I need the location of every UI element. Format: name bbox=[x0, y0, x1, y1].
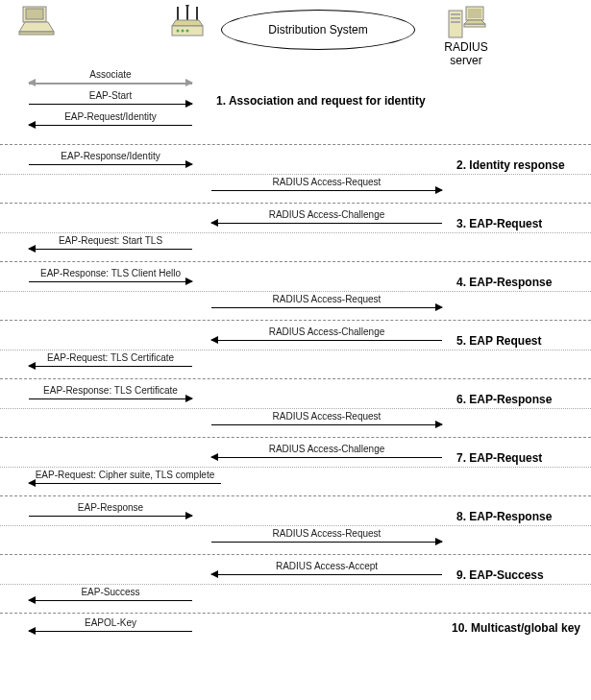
step-section: RADIUS Access-ChallengeEAP-Request: Star… bbox=[0, 204, 591, 262]
svg-rect-16 bbox=[451, 21, 460, 23]
message-arrow: EAP-Request: Cipher suite, TLS complete bbox=[29, 470, 221, 489]
step-section: EAP-Response: TLS Client HelloRADIUS Acc… bbox=[0, 262, 591, 321]
message-label: RADIUS Access-Request bbox=[211, 528, 442, 539]
step-title: 5. EAP Request bbox=[456, 334, 541, 348]
message-arrow: RADIUS Access-Request bbox=[211, 411, 442, 430]
message-arrow: EAP-Response/Identity bbox=[29, 151, 192, 170]
message-arrow: EAP-Response: TLS Client Hello bbox=[29, 268, 192, 287]
step-title: 8. EAP-Response bbox=[456, 510, 552, 523]
svg-point-11 bbox=[182, 30, 185, 33]
message-label: EAP-Response/Identity bbox=[29, 151, 192, 161]
message-label: RADIUS Access-Request bbox=[211, 177, 442, 187]
message-label: RADIUS Access-Challenge bbox=[211, 444, 442, 454]
svg-marker-20 bbox=[464, 20, 485, 24]
radius-server-icon bbox=[447, 5, 487, 41]
step-title: 1. Association and request for identity bbox=[216, 94, 426, 108]
message-arrow: EAP-Response bbox=[29, 502, 192, 521]
message-label: RADIUS Access-Accept bbox=[211, 561, 442, 571]
message-arrow: EAPOL-Key bbox=[29, 617, 192, 637]
step-title: 3. EAP-Request bbox=[456, 217, 542, 230]
step-section: EAP-ResponseRADIUS Access-Request8. EAP-… bbox=[0, 496, 591, 555]
step-title: 9. EAP-Success bbox=[456, 568, 544, 582]
svg-rect-14 bbox=[451, 13, 460, 15]
step-title: 6. EAP-Response bbox=[456, 393, 552, 406]
message-arrow: RADIUS Access-Challenge bbox=[211, 326, 442, 346]
radius-server-label: RADIUS server bbox=[437, 40, 495, 67]
message-arrow: EAP-Request: TLS Certificate bbox=[29, 352, 192, 372]
message-label: EAP-Response: TLS Client Hello bbox=[29, 268, 192, 278]
step-section: EAP-Response/IdentityRADIUS Access-Reque… bbox=[0, 145, 591, 204]
message-label: RADIUS Access-Challenge bbox=[211, 326, 442, 337]
message-arrow: EAP-Request: Start TLS bbox=[29, 235, 192, 254]
step-title: 10. Multicast/global key bbox=[452, 621, 580, 635]
diagram-container: Distribution System RADIUS server Associ… bbox=[0, 0, 591, 650]
step-section: RADIUS Access-ChallengeEAP-Request: Ciph… bbox=[0, 438, 591, 496]
svg-marker-2 bbox=[19, 22, 54, 32]
message-arrow: RADIUS Access-Challenge bbox=[211, 444, 442, 463]
header: Distribution System RADIUS server bbox=[0, 0, 591, 67]
svg-rect-15 bbox=[451, 17, 460, 19]
step-section: EAPOL-Key10. Multicast/global key bbox=[0, 614, 591, 650]
step-section: RADIUS Access-AcceptEAP-Success9. EAP-Su… bbox=[0, 555, 591, 614]
svg-point-10 bbox=[177, 30, 180, 33]
svg-rect-18 bbox=[468, 9, 481, 18]
message-label: EAP-Request: Cipher suite, TLS complete bbox=[29, 470, 221, 480]
step-title: 2. Identity response bbox=[456, 158, 565, 172]
message-label: EAP-Request/Identity bbox=[29, 111, 192, 122]
message-arrow: RADIUS Access-Request bbox=[211, 177, 442, 196]
message-arrow: RADIUS Access-Request bbox=[211, 294, 442, 313]
message-label: EAP-Success bbox=[29, 587, 192, 597]
message-arrow: EAP-Success bbox=[29, 587, 192, 606]
message-arrow: EAP-Request/Identity bbox=[29, 111, 192, 131]
message-arrow: RADIUS Access-Challenge bbox=[211, 209, 442, 229]
message-label: Associate bbox=[29, 69, 192, 80]
step-title: 4. EAP-Response bbox=[456, 276, 552, 289]
message-label: RADIUS Access-Request bbox=[211, 294, 442, 304]
message-arrow: RADIUS Access-Accept bbox=[211, 561, 442, 580]
access-point-icon bbox=[168, 5, 207, 43]
message-arrow: Associate bbox=[29, 69, 192, 88]
svg-marker-8 bbox=[172, 20, 203, 26]
laptop-icon bbox=[17, 5, 56, 36]
message-label: EAP-Start bbox=[29, 90, 192, 101]
message-arrow: RADIUS Access-Request bbox=[211, 528, 442, 547]
message-label: RADIUS Access-Challenge bbox=[211, 209, 442, 220]
step-title: 7. EAP-Request bbox=[456, 451, 542, 465]
svg-point-12 bbox=[186, 30, 189, 33]
message-arrow: EAP-Start bbox=[29, 90, 192, 109]
svg-rect-3 bbox=[19, 32, 54, 35]
step-section: RADIUS Access-ChallengeEAP-Request: TLS … bbox=[0, 321, 591, 379]
message-label: EAP-Request: Start TLS bbox=[29, 235, 192, 246]
message-label: RADIUS Access-Request bbox=[211, 411, 442, 422]
svg-rect-1 bbox=[26, 9, 43, 19]
step-section: EAP-Response: TLS CertificateRADIUS Acce… bbox=[0, 379, 591, 438]
message-arrow: EAP-Response: TLS Certificate bbox=[29, 385, 192, 404]
distribution-system-label: Distribution System bbox=[221, 10, 415, 50]
svg-point-7 bbox=[185, 5, 189, 7]
message-label: EAP-Request: TLS Certificate bbox=[29, 352, 192, 363]
step-section: AssociateEAP-StartEAP-Request/Identity1.… bbox=[0, 67, 591, 145]
message-label: EAP-Response bbox=[29, 502, 192, 513]
message-label: EAP-Response: TLS Certificate bbox=[29, 385, 192, 396]
message-label: EAPOL-Key bbox=[29, 617, 192, 628]
